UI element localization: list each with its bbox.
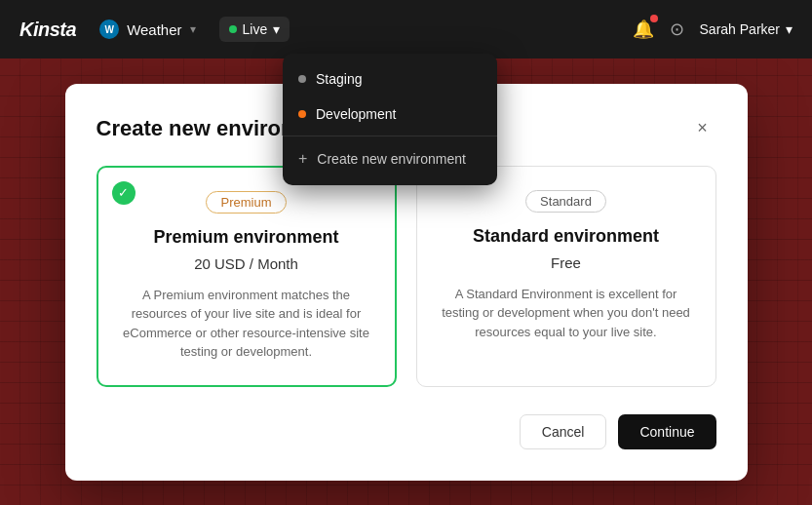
cancel-button[interactable]: Cancel <box>520 414 607 449</box>
site-selector[interactable]: W Weather ▾ <box>99 19 195 39</box>
env-label: Live <box>243 21 268 37</box>
environment-dropdown: Staging Development + Create new environ… <box>283 54 497 185</box>
dropdown-item-staging[interactable]: Staging <box>283 61 497 97</box>
premium-badge: Premium <box>206 191 286 214</box>
kinsta-logo: Kinsta <box>19 19 76 41</box>
continue-button[interactable]: Continue <box>618 414 715 449</box>
modal-close-button[interactable]: × <box>689 115 716 142</box>
user-menu[interactable]: Sarah Parker ▾ <box>700 21 793 37</box>
topbar-icons: 🔔 ⊙ <box>633 19 684 40</box>
premium-name: Premium environment <box>118 227 375 248</box>
help-button[interactable]: ⊙ <box>670 19 684 40</box>
standard-name: Standard environment <box>437 226 696 247</box>
premium-card[interactable]: ✓ Premium Premium environment 20 USD / M… <box>97 166 397 387</box>
dropdown-create-new[interactable]: + Create new environment <box>283 140 497 177</box>
premium-desc: A Premium environment matches the resour… <box>118 286 375 362</box>
dropdown-item-development[interactable]: Development <box>283 97 497 132</box>
standard-card[interactable]: Standard Standard environment Free A Sta… <box>416 166 716 387</box>
standard-price: Free <box>437 254 696 271</box>
plan-cards: ✓ Premium Premium environment 20 USD / M… <box>97 166 716 387</box>
development-label: Development <box>316 106 397 122</box>
user-chevron-icon: ▾ <box>786 21 793 37</box>
env-status-dot <box>229 25 237 33</box>
dropdown-divider <box>283 136 497 136</box>
user-name: Sarah Parker <box>700 21 780 37</box>
standard-desc: A Standard Environment is excellent for … <box>437 285 696 342</box>
site-chevron-icon: ▾ <box>190 22 196 36</box>
staging-label: Staging <box>316 71 362 87</box>
staging-dot <box>298 75 306 83</box>
standard-badge: Standard <box>525 190 606 213</box>
development-dot <box>298 110 306 118</box>
create-new-label: Create new environment <box>317 151 466 167</box>
premium-check-icon: ✓ <box>112 181 135 205</box>
plus-icon: + <box>298 150 307 168</box>
env-chevron-icon: ▾ <box>273 21 280 37</box>
env-selector[interactable]: Live ▾ <box>219 17 290 42</box>
notification-badge <box>650 15 658 22</box>
wordpress-icon: W <box>99 19 119 39</box>
premium-price: 20 USD / Month <box>118 255 375 272</box>
topbar: Kinsta W Weather ▾ Live ▾ 🔔 ⊙ Sarah Park… <box>0 0 812 58</box>
site-name: Weather <box>127 21 181 38</box>
modal-footer: Cancel Continue <box>97 414 716 449</box>
notifications-button[interactable]: 🔔 <box>633 19 654 40</box>
